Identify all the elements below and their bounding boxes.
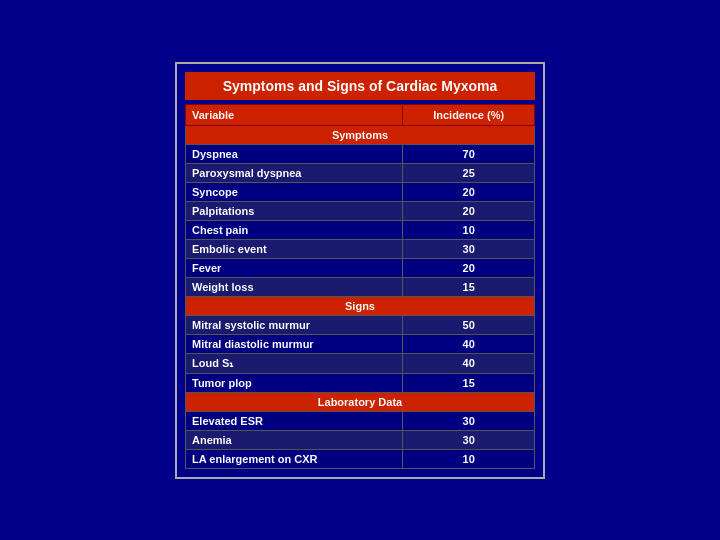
table-row-value: 15 xyxy=(403,373,535,392)
table-row-value: 15 xyxy=(403,277,535,296)
table-row-value: 25 xyxy=(403,163,535,182)
table-row-value: 70 xyxy=(403,144,535,163)
table-row-label: Dyspnea xyxy=(186,144,403,163)
section-header: Laboratory Data xyxy=(186,392,535,411)
table-row-value: 30 xyxy=(403,411,535,430)
table-row-value: 10 xyxy=(403,449,535,468)
table-row-label: Mitral diastolic murmur xyxy=(186,334,403,353)
table-row-label: Syncope xyxy=(186,182,403,201)
table-row-label: Weight loss xyxy=(186,277,403,296)
col-header-incidence: Incidence (%) xyxy=(403,104,535,125)
table-row-value: 40 xyxy=(403,334,535,353)
data-table: Variable Incidence (%) SymptomsDyspnea70… xyxy=(185,104,535,469)
section-header: Symptoms xyxy=(186,125,535,144)
main-card: Symptoms and Signs of Cardiac Myxoma Var… xyxy=(175,62,545,479)
table-row-label: Tumor plop xyxy=(186,373,403,392)
table-row-label: LA enlargement on CXR xyxy=(186,449,403,468)
table-row-label: Chest pain xyxy=(186,220,403,239)
table-row-label: Fever xyxy=(186,258,403,277)
table-row-label: Embolic event xyxy=(186,239,403,258)
page-title: Symptoms and Signs of Cardiac Myxoma xyxy=(223,78,498,94)
table-row-value: 40 xyxy=(403,353,535,373)
title-bar: Symptoms and Signs of Cardiac Myxoma xyxy=(185,72,535,100)
table-row-value: 20 xyxy=(403,201,535,220)
table-row-value: 20 xyxy=(403,258,535,277)
table-row-label: Palpitations xyxy=(186,201,403,220)
table-row-label: Anemia xyxy=(186,430,403,449)
col-header-variable: Variable xyxy=(186,104,403,125)
table-row-label: Elevated ESR xyxy=(186,411,403,430)
table-row-value: 10 xyxy=(403,220,535,239)
table-row-value: 20 xyxy=(403,182,535,201)
table-row-label: Paroxysmal dyspnea xyxy=(186,163,403,182)
table-row-label: Loud S₁ xyxy=(186,353,403,373)
table-row-value: 30 xyxy=(403,239,535,258)
table-row-value: 30 xyxy=(403,430,535,449)
table-row-value: 50 xyxy=(403,315,535,334)
section-header: Signs xyxy=(186,296,535,315)
table-row-label: Mitral systolic murmur xyxy=(186,315,403,334)
